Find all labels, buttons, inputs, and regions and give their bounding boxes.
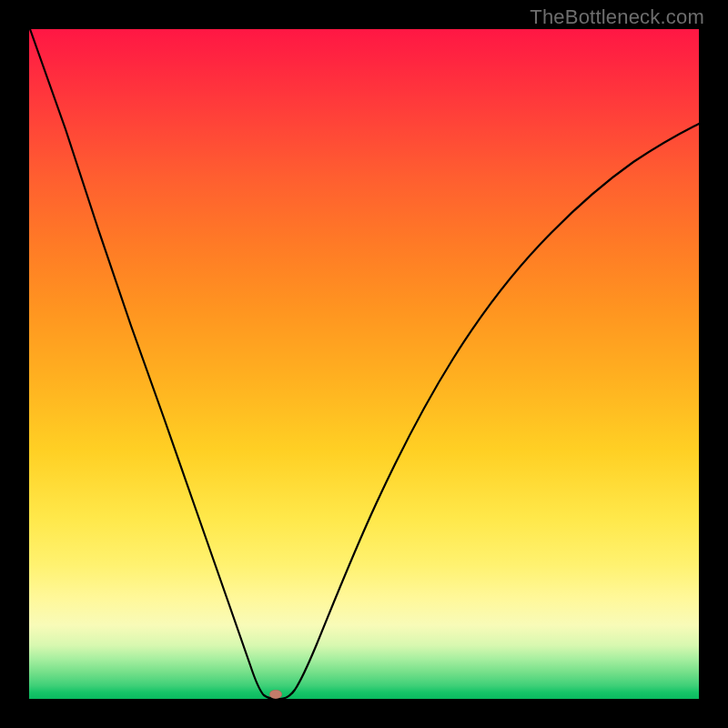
chart-frame: TheBottleneck.com xyxy=(0,0,728,728)
optimal-point-marker xyxy=(269,690,282,699)
watermark-text: TheBottleneck.com xyxy=(530,5,704,29)
bottleneck-curve xyxy=(29,29,699,699)
plot-area xyxy=(29,29,699,699)
